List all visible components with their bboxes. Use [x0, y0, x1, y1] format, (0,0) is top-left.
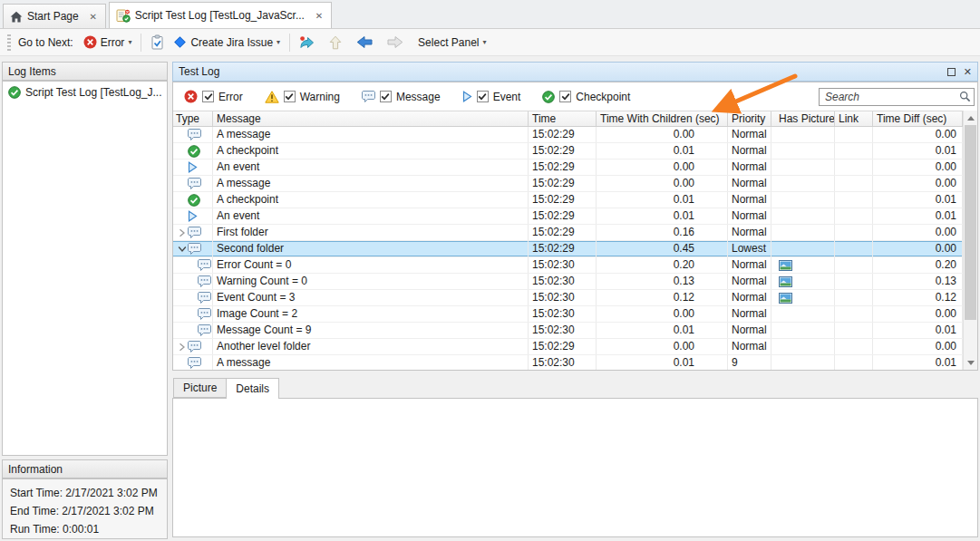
create-jira-issue-button[interactable]: Create Jira Issue ▾	[169, 33, 285, 52]
cell-link	[835, 225, 873, 240]
error-checkbox[interactable]	[202, 91, 214, 102]
float-panel-icon[interactable]	[947, 68, 956, 76]
tab-details[interactable]: Details	[226, 378, 279, 399]
cell-type	[173, 323, 213, 338]
log-row[interactable]: A checkpoint15:02:290.01Normal0.01	[173, 143, 963, 159]
log-row[interactable]: Another level folder15:02:290.00Normal0.…	[173, 339, 963, 355]
filter-message-label: Message	[396, 91, 441, 103]
log-items-caption: Log Items	[2, 62, 168, 81]
cell-has-picture	[771, 208, 835, 224]
cell-time-diff: 0.00	[873, 225, 963, 240]
jira-icon	[173, 35, 187, 49]
log-row[interactable]: A message15:02:290.00Normal0.00	[173, 127, 963, 143]
log-row[interactable]: An event15:02:290.01Normal0.01	[173, 208, 963, 225]
warning-checkbox[interactable]	[284, 91, 296, 102]
tree-expand-icon[interactable]	[176, 343, 188, 352]
left-arrow-icon	[356, 35, 373, 49]
scroll-up-icon[interactable]	[964, 111, 977, 125]
log-row[interactable]: A checkpoint15:02:290.01Normal0.01	[173, 192, 963, 208]
log-row[interactable]: Image Count = 215:02:300.00Normal0.00	[173, 306, 963, 323]
checkpoint-checkbox[interactable]	[559, 91, 571, 102]
clipboard-check-button[interactable]	[146, 32, 169, 53]
tree-expand-icon[interactable]	[176, 228, 188, 237]
tab-picture[interactable]: Picture	[173, 378, 227, 398]
log-row[interactable]: A message15:02:290.00Normal0.00	[173, 176, 963, 192]
scroll-down-icon[interactable]	[964, 355, 977, 370]
filter-warning[interactable]: Warning	[265, 91, 340, 103]
cell-time-with-children: 0.00	[597, 339, 728, 354]
back-button[interactable]	[352, 33, 377, 52]
scrollbar-thumb[interactable]	[965, 125, 976, 320]
select-panel-button[interactable]: Select Panel ▾	[413, 34, 490, 52]
column-header-time-with-children[interactable]: Time With Children (sec)	[597, 111, 728, 126]
cell-type	[173, 290, 213, 305]
message-icon	[188, 243, 201, 255]
cell-link	[835, 290, 873, 305]
cell-type	[173, 159, 213, 175]
error-icon	[83, 35, 97, 49]
test-log-icon	[116, 9, 131, 23]
tab-details-label: Details	[236, 382, 269, 395]
cell-priority: Normal	[728, 208, 771, 224]
log-row[interactable]: Event Count = 315:02:300.12Normal0.12	[173, 290, 963, 306]
cell-has-picture	[771, 290, 835, 305]
cell-time-with-children: 0.45	[597, 241, 728, 256]
log-row[interactable]: Message Count = 915:02:300.01Normal0.01	[173, 323, 963, 339]
log-row[interactable]: Error Count = 015:02:300.20Normal0.20	[173, 257, 963, 274]
tree-collapse-icon[interactable]	[176, 246, 188, 253]
tab-test-log-document[interactable]: Script Test Log [TestLog_JavaScr... ✕	[109, 2, 332, 28]
tab-start-page[interactable]: Start Page ✕	[3, 4, 106, 28]
event-checkbox[interactable]	[477, 91, 489, 102]
chevron-down-icon: ▾	[277, 39, 280, 46]
cell-time-with-children: 0.00	[597, 127, 728, 142]
cell-has-picture	[771, 274, 835, 289]
cell-link	[835, 127, 873, 142]
close-tab-icon[interactable]: ✕	[314, 11, 325, 21]
filter-error[interactable]: Error	[184, 90, 243, 103]
picture-icon[interactable]	[779, 293, 792, 304]
forward-button[interactable]	[383, 33, 408, 52]
filter-message[interactable]: Message	[362, 91, 441, 103]
log-items-tree: Script Test Log [TestLog_J...	[2, 81, 168, 456]
go-to-next-error-button[interactable]: Error ▾	[79, 33, 137, 52]
close-panel-icon[interactable]: ✕	[964, 67, 972, 77]
go-up-button[interactable]	[325, 33, 346, 53]
column-header-message[interactable]: Message	[213, 111, 529, 126]
detail-tabs: Picture Details	[173, 378, 278, 399]
post-issue-button[interactable]	[295, 33, 319, 53]
filter-event[interactable]: Event	[462, 91, 521, 103]
log-row[interactable]: An event15:02:290.00Normal0.00	[173, 159, 963, 176]
filter-event-label: Event	[493, 91, 521, 103]
cell-priority: Normal	[728, 306, 771, 322]
log-items-tree-item[interactable]: Script Test Log [TestLog_J...	[3, 82, 167, 99]
filter-checkpoint[interactable]: Checkpoint	[542, 91, 630, 103]
column-header-time[interactable]: Time	[529, 111, 597, 126]
column-header-time-diff[interactable]: Time Diff (sec)	[873, 111, 963, 126]
close-tab-icon[interactable]: ✕	[88, 12, 99, 22]
cell-priority: Normal	[728, 323, 771, 338]
cell-type	[173, 355, 213, 370]
cell-time-with-children: 0.01	[597, 192, 728, 208]
vertical-scrollbar[interactable]	[963, 111, 977, 370]
cell-priority: Normal	[728, 143, 771, 159]
log-row[interactable]: First folder15:02:290.16Normal0.00	[173, 225, 963, 241]
cell-has-picture	[771, 143, 835, 159]
picture-icon[interactable]	[779, 276, 792, 287]
cell-time-with-children: 0.12	[597, 290, 728, 305]
cell-link	[835, 355, 873, 370]
toolbar-grip[interactable]	[7, 34, 11, 51]
cell-link	[835, 257, 873, 273]
cell-time: 15:02:29	[529, 241, 597, 256]
column-header-priority[interactable]: Priority	[728, 111, 771, 126]
log-row[interactable]: A message15:02:300.0190.01	[173, 355, 963, 370]
column-header-has-picture[interactable]: Has Picture	[771, 111, 835, 126]
column-header-type[interactable]: Type	[173, 111, 213, 126]
column-header-link[interactable]: Link	[835, 111, 873, 126]
log-row[interactable]: Second folder15:02:290.45Lowest0.00	[173, 241, 963, 257]
cell-has-picture	[771, 241, 835, 256]
cell-type	[173, 225, 213, 240]
picture-icon[interactable]	[779, 260, 792, 271]
message-checkbox[interactable]	[380, 91, 392, 102]
search-input[interactable]	[819, 88, 975, 106]
log-row[interactable]: Warning Count = 015:02:300.13Normal0.13	[173, 274, 963, 290]
